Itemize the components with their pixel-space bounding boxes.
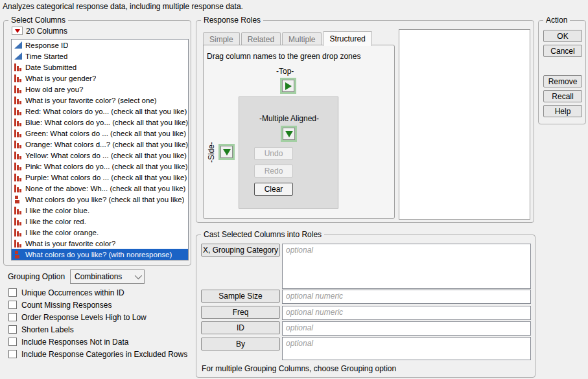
grouping-option-select[interactable]: Combinations (70, 270, 145, 284)
columns-menu-button[interactable] (12, 27, 23, 35)
list-item[interactable]: Blue: What colors do yo... (check all th… (12, 117, 188, 128)
tab-structured[interactable]: Structured (323, 31, 371, 46)
nominal-column-icon (14, 86, 22, 93)
tab-related[interactable]: Related (241, 32, 281, 45)
checkbox[interactable] (8, 325, 17, 334)
by-field[interactable]: optional (282, 337, 531, 360)
freq-field[interactable]: optional numeric (282, 306, 531, 320)
checkbox[interactable] (8, 313, 17, 321)
id-button[interactable]: ID (201, 321, 280, 334)
column-label: None of the above: Wh... (check all that… (25, 185, 185, 192)
list-item[interactable]: None of the above: Wh... (check all that… (12, 183, 188, 194)
list-item[interactable]: Yellow: What colors do ... (check all th… (12, 150, 188, 161)
nominal-column-icon (14, 97, 22, 104)
list-item[interactable]: Pink: What colors do yo... (check all th… (12, 161, 188, 172)
green-arrow-right-icon (285, 82, 292, 90)
nominal-column-icon (14, 229, 22, 236)
multiple-aligned-label: -Multiple Aligned- (239, 114, 339, 123)
nominal-column-icon (14, 130, 22, 137)
cast-roles-group: Cast Selected Columns into Roles X, Grou… (196, 235, 535, 378)
grouping-option-value: Combinations (75, 272, 122, 281)
list-item[interactable]: What colors do you like? (with nonrespon… (12, 249, 188, 260)
column-label: What is your favorite color? (select one… (25, 97, 157, 104)
column-label: How old are you? (25, 86, 84, 93)
nominal-column-icon (14, 75, 22, 82)
structured-tab-panel: Drag column names to the green drop zone… (203, 45, 395, 219)
nominal-column-icon (14, 185, 22, 192)
grouping-option-label: Grouping Option (8, 272, 65, 281)
cast-roles-title: Cast Selected Columns into Roles (201, 230, 324, 239)
select-columns-group: Select Columns 20 Columns Response IDTim… (3, 20, 191, 266)
checkbox-label: Count Missing Responses (21, 301, 112, 310)
sample-size-field[interactable]: optional numeric (282, 290, 531, 304)
undo-button[interactable]: Undo (254, 147, 293, 160)
side-drop-zone[interactable] (218, 144, 235, 160)
checkbox[interactable] (8, 301, 17, 309)
checkbox[interactable] (8, 338, 17, 346)
x-grouping-category-field[interactable]: optional (282, 244, 531, 289)
multiple-aligned-drop-zone[interactable] (281, 126, 297, 142)
list-item[interactable]: What is your favorite color? (12, 238, 188, 249)
column-label: Yellow: What colors do ... (check all th… (25, 152, 187, 159)
nominal-column-icon (14, 141, 22, 148)
nominal-column-icon (14, 108, 22, 115)
ok-button[interactable]: OK (543, 30, 582, 42)
grouping-hint: For multiple Grouping Columns, choose Gr… (202, 364, 396, 373)
freq-button[interactable]: Freq (201, 306, 280, 319)
nominal-column-icon (14, 240, 22, 247)
checkbox-label: Shorten Labels (21, 325, 74, 334)
column-label: What is your favorite color? (25, 240, 115, 247)
list-item[interactable]: Response ID (12, 40, 188, 51)
checkbox-label: Unique Occurrences within ID (21, 288, 124, 297)
list-item[interactable]: Purple: What colors do ... (check all th… (12, 172, 188, 183)
list-item[interactable]: Date Submitted (12, 62, 188, 73)
select-columns-title: Select Columns (8, 16, 68, 25)
continuous-column-icon (14, 41, 22, 49)
tab-simple[interactable]: Simple (203, 32, 240, 45)
nominal-column-icon (14, 152, 22, 159)
column-list[interactable]: Response IDTime StartedDate SubmittedWha… (11, 39, 189, 260)
sample-size-button[interactable]: Sample Size (201, 290, 280, 303)
list-item[interactable]: Red: What colors do yo... (check all tha… (12, 106, 188, 117)
checkbox[interactable] (8, 288, 17, 297)
id-placeholder: optional (286, 323, 313, 332)
x-grouping-category-button[interactable]: X, Grouping Category (201, 244, 280, 257)
top-drop-zone[interactable] (280, 78, 296, 94)
column-label: Orange: What colors d...? (check all tha… (25, 141, 188, 148)
action-title: Action (543, 16, 570, 25)
help-button[interactable]: Help (543, 105, 582, 117)
redo-button[interactable]: Redo (254, 165, 293, 178)
remove-button[interactable]: Remove (543, 75, 582, 87)
list-item[interactable]: What colors do you like? (check all that… (12, 194, 188, 205)
column-label: I like the color blue. (25, 207, 89, 214)
recall-button[interactable]: Recall (543, 90, 582, 102)
column-label: What is your gender? (25, 75, 96, 82)
list-item[interactable]: Orange: What colors d...? (check all tha… (12, 139, 188, 150)
list-item[interactable]: Time Started (12, 51, 188, 62)
side-drop-zone-frame (220, 146, 233, 158)
response-roles-group: Response Roles SimpleRelatedMultipleStru… (196, 20, 534, 223)
nominal-column-icon (14, 218, 22, 225)
list-item[interactable]: I like the color red. (12, 216, 188, 227)
cancel-button[interactable]: Cancel (543, 45, 582, 57)
list-item[interactable]: I like the color orange. (12, 227, 188, 238)
column-label: Time Started (25, 52, 67, 60)
drag-instruction: Drag column names to the green drop zone… (207, 52, 360, 61)
multiple-response-column-icon (14, 196, 22, 203)
list-item[interactable]: What is your favorite color? (select one… (12, 95, 188, 106)
red-triangle-icon (15, 29, 20, 33)
list-item[interactable]: What is your gender? (12, 73, 188, 84)
selected-roles-list[interactable] (399, 29, 530, 220)
categorical-launch-dialog: Analyzes categorical response data, incl… (0, 0, 588, 379)
by-button[interactable]: By (201, 338, 280, 350)
clear-button[interactable]: Clear (254, 183, 293, 196)
columns-count-label: 20 Columns (26, 27, 67, 36)
checkbox[interactable] (8, 350, 17, 358)
list-item[interactable]: I like the color blue. (12, 205, 188, 216)
tab-multiple[interactable]: Multiple (282, 32, 322, 45)
id-field[interactable]: optional (282, 321, 531, 336)
list-item[interactable]: Green: What colors do ... (check all tha… (12, 128, 188, 139)
column-label: What colors do you like? (with nonrespon… (25, 251, 172, 258)
option-row: Include Responses Not in Data (8, 338, 187, 346)
list-item[interactable]: How old are you? (12, 84, 188, 95)
